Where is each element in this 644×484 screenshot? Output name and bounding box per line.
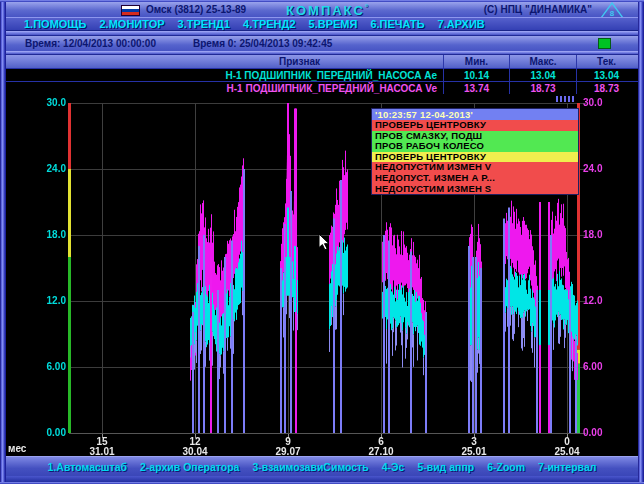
y-axis-right-title: Ve ММ/С (609, 192, 620, 342)
x-tick-label: 025.04 (542, 437, 592, 457)
x-tick-label: 325.01 (449, 437, 499, 457)
alarm-panel: '10:23:57 12-04-2013' ПРОВЕРЬ ЦЕНТРОВКУП… (371, 108, 579, 195)
bottom-menu-item[interactable]: 3-взаимозавиСимость (252, 461, 368, 473)
y-tick-label-left: 18.0 (28, 229, 66, 240)
y-tick-label-right: 6.00 (583, 361, 621, 372)
bottom-menu: 1.Автомасштаб2-архив Оператора3-взаимоза… (6, 456, 638, 476)
bottom-menu-item[interactable]: 4-Эс (382, 461, 405, 473)
y-tick-label-right: 24.0 (583, 163, 621, 174)
y-tick-label-left: 30.0 (28, 97, 66, 108)
bottom-menu-item[interactable]: 2-архив Оператора (140, 461, 239, 473)
y-tick-label-right: 18.0 (583, 229, 621, 240)
y-tick-label-left: 0.00 (28, 427, 66, 438)
bottom-menu-item[interactable]: 6-Zoom (487, 461, 525, 473)
x-tick-label: 1531.01 (77, 437, 127, 457)
y-tick-label-right: 30.0 (583, 97, 621, 108)
alarm-item: ПРОВЕРЬ ЦЕНТРОВКУ (372, 120, 578, 131)
kompaks-window: Омск (3812) 25-13-89 КОМПАКС° (С) НПЦ "Д… (0, 0, 644, 484)
y-tick-label-right: 12.0 (583, 295, 621, 306)
frame-edge (638, 0, 644, 484)
bottom-menu-item[interactable]: 1.Автомасштаб (48, 461, 127, 473)
y-tick-label-left: 6.00 (28, 361, 66, 372)
x-tick-label: 929.07 (263, 437, 313, 457)
frame-edge (0, 0, 644, 2)
y-tick-label-left: 12.0 (28, 295, 66, 306)
x-axis-unit-label: мес (8, 443, 26, 454)
bottom-menu-item[interactable]: 5-вид аппр (417, 461, 474, 473)
x-tick-label: 627.10 (356, 437, 406, 457)
alarm-item: НЕДОПУСТИМ ИЗМЕН S (372, 184, 578, 195)
alarm-item: НЕДОПУСТ. ИЗМЕН А Р... (372, 173, 578, 184)
y-tick-label-left: 24.0 (28, 163, 66, 174)
frame-edge (0, 0, 6, 484)
mouse-cursor (318, 233, 331, 252)
bottom-menu-item[interactable]: 7-интервал (538, 461, 596, 473)
x-tick-label: 1230.04 (170, 437, 220, 457)
y-axis-left-title: Ае М/С2 (31, 192, 42, 342)
